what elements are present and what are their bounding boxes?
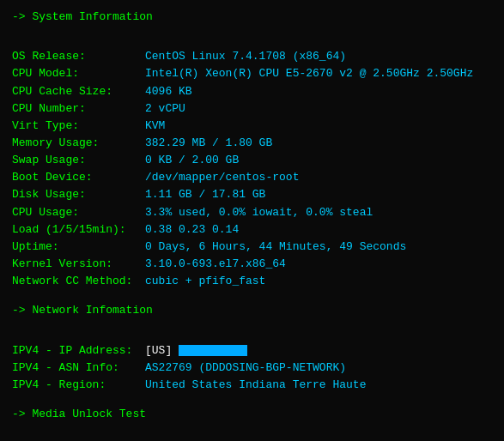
os-release-label: OS Release:	[12, 48, 145, 65]
cpu-cache-value: 4096 KB	[145, 83, 192, 100]
media-unlock-section: -> Media Unlock Test HBO Now: No Bahamut…	[12, 406, 492, 441]
os-release-value: CentOS Linux 7.4.1708 (x86_64)	[145, 48, 346, 65]
region-label: IPV4 - Region:	[12, 377, 145, 394]
asn-label: IPV4 - ASN Info:	[12, 359, 145, 377]
kernel-row: Kernel Version: 3.10.0-693.el7.x86_64	[12, 256, 492, 273]
ip-country-tag: [US]	[145, 344, 179, 357]
cpu-number-row: CPU Number: 2 vCPU	[12, 100, 492, 118]
cpu-number-label: CPU Number:	[12, 100, 145, 118]
network-info-section: -> Network Infomation IPV4 - IP Address:…	[12, 302, 492, 394]
disk-usage-label: Disk Usage:	[12, 186, 145, 203]
swap-usage-row: Swap Usage: 0 KB / 2.00 GB	[12, 152, 492, 169]
boot-device-label: Boot Device:	[12, 169, 145, 186]
region-value: United States Indiana Terre Haute	[145, 377, 366, 394]
cpu-cache-label: CPU Cache Size:	[12, 83, 145, 100]
network-cc-value: cubic + pfifo_fast	[145, 273, 265, 290]
memory-usage-row: Memory Usage: 382.29 MB / 1.80 GB	[12, 135, 492, 152]
kernel-label: Kernel Version:	[12, 256, 145, 273]
region-row: IPV4 - Region: United States Indiana Ter…	[12, 377, 492, 394]
virt-type-row: Virt Type: KVM	[12, 118, 492, 135]
asn-value: AS22769 (DDDOSING-BGP-NETWORK)	[145, 359, 346, 377]
asn-row: IPV4 - ASN Info: AS22769 (DDDOSING-BGP-N…	[12, 359, 492, 377]
ipv4-address-label: IPV4 - IP Address:	[12, 342, 145, 359]
system-info-header: -> System Information	[12, 9, 492, 26]
cpu-number-value: 2 vCPU	[145, 100, 185, 118]
load-value: 0.38 0.23 0.14	[145, 221, 239, 239]
memory-usage-label: Memory Usage:	[12, 135, 145, 152]
uptime-value: 0 Days, 6 Hours, 44 Minutes, 49 Seconds	[145, 239, 406, 256]
cpu-usage-row: CPU Usage: 3.3% used, 0.0% iowait, 0.0% …	[12, 204, 492, 221]
ip-hidden-box	[179, 345, 247, 356]
cpu-usage-label: CPU Usage:	[12, 204, 145, 221]
network-cc-row: Network CC Method: cubic + pfifo_fast	[12, 273, 492, 290]
system-info-section: -> System Information OS Release: CentOS…	[12, 9, 492, 290]
ipv4-address-row: IPV4 - IP Address: [US]	[12, 342, 492, 359]
uptime-label: Uptime:	[12, 239, 145, 256]
boot-device-row: Boot Device: /dev/mapper/centos-root	[12, 169, 492, 186]
ipv4-address-value: [US]	[145, 342, 251, 359]
cpu-model-row: CPU Model: Intel(R) Xeon(R) CPU E5-2670 …	[12, 65, 492, 82]
load-row: Load (1/5/15min): 0.38 0.23 0.14	[12, 221, 492, 239]
swap-usage-value: 0 KB / 2.00 GB	[145, 152, 239, 169]
os-release-row: OS Release: CentOS Linux 7.4.1708 (x86_6…	[12, 48, 492, 65]
virt-type-value: KVM	[145, 118, 165, 135]
cpu-model-value: Intel(R) Xeon(R) CPU E5-2670 v2 @ 2.50GH…	[145, 65, 473, 82]
kernel-value: 3.10.0-693.el7.x86_64	[145, 256, 286, 273]
boot-device-value: /dev/mapper/centos-root	[145, 169, 299, 186]
cpu-model-label: CPU Model:	[12, 65, 145, 82]
load-label: Load (1/5/15min):	[12, 221, 145, 239]
virt-type-label: Virt Type:	[12, 118, 145, 135]
disk-usage-value: 1.11 GB / 17.81 GB	[145, 186, 265, 203]
network-cc-label: Network CC Method:	[12, 273, 145, 290]
swap-usage-label: Swap Usage:	[12, 152, 145, 169]
media-unlock-header: -> Media Unlock Test	[12, 406, 492, 423]
memory-usage-value: 382.29 MB / 1.80 GB	[145, 135, 272, 152]
uptime-row: Uptime: 0 Days, 6 Hours, 44 Minutes, 49 …	[12, 239, 492, 256]
cpu-cache-row: CPU Cache Size: 4096 KB	[12, 83, 492, 100]
cpu-usage-value: 3.3% used, 0.0% iowait, 0.0% steal	[145, 204, 373, 221]
disk-usage-row: Disk Usage: 1.11 GB / 17.81 GB	[12, 186, 492, 203]
network-info-header: -> Network Infomation	[12, 302, 492, 319]
